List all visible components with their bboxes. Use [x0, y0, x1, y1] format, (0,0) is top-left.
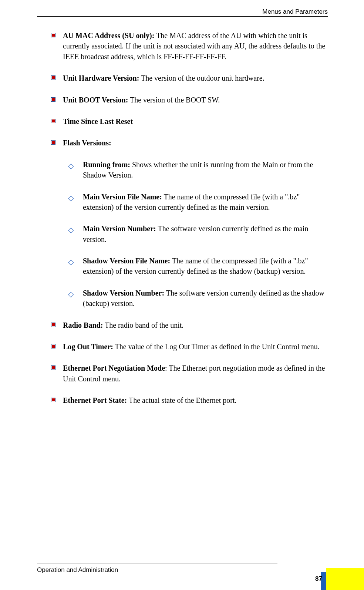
- yellow-decoration: [326, 568, 364, 590]
- sub-list-item: ◇Main Version File Name: The name of the…: [68, 192, 331, 213]
- item-text: The actual state of the Ethernet port.: [127, 396, 236, 404]
- footer-text: Operation and Administration: [37, 566, 118, 574]
- content-body: AU MAC Address (SU only): The MAC addres…: [51, 30, 331, 417]
- square-bullet-icon: [51, 119, 55, 123]
- sub-item-label: Shadow Version Number:: [83, 289, 164, 297]
- item-label: AU MAC Address (SU only):: [63, 31, 154, 40]
- item-label: Ethernet Port State:: [63, 396, 127, 404]
- item-label: Unit Hardware Version:: [63, 74, 139, 82]
- square-bullet-icon: [51, 344, 55, 348]
- item-text: The version of the BOOT SW.: [128, 96, 220, 104]
- item-label: Time Since Last Reset: [63, 117, 133, 125]
- square-bullet-icon: [51, 140, 55, 145]
- sub-item-label: Running from:: [83, 161, 130, 169]
- list-item: Ethernet Port Negotiation Mode: The Ethe…: [51, 363, 331, 384]
- square-bullet-icon: [51, 398, 55, 402]
- item-label: Unit BOOT Version:: [63, 96, 128, 104]
- list-item: Ethernet Port State: The actual state of…: [51, 395, 331, 405]
- diamond-bullet-icon: ◇: [68, 225, 74, 235]
- diamond-bullet-icon: ◇: [68, 257, 74, 267]
- diamond-bullet-icon: ◇: [68, 161, 74, 171]
- item-text: The version of the outdoor unit hardware…: [139, 74, 264, 82]
- sub-item-label: Main Version Number:: [83, 225, 156, 233]
- sub-list-item: ◇Shadow Version File Name: The name of t…: [68, 256, 331, 277]
- item-label: Ethernet Port Negotiation Mode: [63, 364, 165, 372]
- sub-list-item: ◇Main Version Number: The software versi…: [68, 223, 331, 245]
- item-label: Flash Versions:: [63, 139, 111, 147]
- header-rule: [37, 16, 328, 17]
- item-text: The value of the Log Out Timer as define…: [113, 343, 320, 351]
- square-bullet-icon: [51, 323, 55, 327]
- item-label: Radio Band:: [63, 321, 103, 329]
- list-item: Radio Band: The radio band of the unit.: [51, 320, 331, 330]
- square-bullet-icon: [51, 33, 55, 37]
- list-item: AU MAC Address (SU only): The MAC addres…: [51, 30, 331, 62]
- sub-list: ◇Running from: Shows whether the unit is…: [63, 159, 331, 309]
- diamond-bullet-icon: ◇: [68, 289, 74, 299]
- diamond-bullet-icon: ◇: [68, 193, 74, 203]
- sub-list-item: ◇Shadow Version Number: The software ver…: [68, 288, 331, 309]
- footer-rule: [37, 563, 277, 563]
- item-label: Log Out Timer:: [63, 343, 113, 351]
- page-number: 87: [315, 575, 322, 583]
- list-item: Unit Hardware Version: The version of th…: [51, 73, 331, 83]
- square-bullet-icon: [51, 97, 55, 102]
- header-title: Menus and Parameters: [262, 8, 328, 16]
- list-item: Time Since Last Reset: [51, 116, 331, 127]
- square-bullet-icon: [51, 365, 55, 370]
- sub-list-item: ◇Running from: Shows whether the unit is…: [68, 159, 331, 181]
- square-bullet-icon: [51, 75, 55, 80]
- item-text: The radio band of the unit.: [103, 321, 183, 329]
- list-item: Flash Versions:◇Running from: Shows whet…: [51, 138, 331, 309]
- sub-item-label: Main Version File Name:: [83, 193, 162, 201]
- list-item: Log Out Timer: The value of the Log Out …: [51, 341, 331, 352]
- sub-item-label: Shadow Version File Name:: [83, 257, 170, 265]
- list-item: Unit BOOT Version: The version of the BO…: [51, 95, 331, 105]
